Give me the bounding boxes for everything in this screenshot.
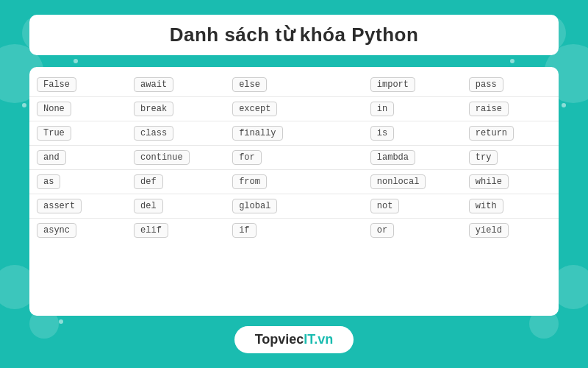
keyword-cell-4-4: nonlocal xyxy=(363,170,462,194)
table-row: assertdelglobalnotwith xyxy=(29,194,559,219)
keyword-badge-return: return xyxy=(469,126,514,141)
keyword-cell-1-0: None xyxy=(29,97,126,121)
keyword-cell-2-5: return xyxy=(462,121,559,146)
keyword-cell-4-1: def xyxy=(126,170,225,194)
table-row: Trueclassfinallyisreturn xyxy=(29,121,559,146)
keyword-badge-not: not xyxy=(370,199,400,213)
keywords-table: FalseawaitelseimportpassNonebreakexcepti… xyxy=(29,73,559,242)
keyword-badge-and: and xyxy=(37,150,66,165)
keyword-cell-0-4: import xyxy=(363,73,462,97)
keyword-badge-class: class xyxy=(134,126,173,141)
keyword-cell-6-0: async xyxy=(29,219,126,243)
keyword-badge-pass: pass xyxy=(469,77,503,92)
keyword-cell-0-1: await xyxy=(126,73,225,97)
keyword-cell-2-2: finally xyxy=(225,121,323,146)
keyword-badge-import: import xyxy=(370,77,415,92)
keyword-cell-6-1: elif xyxy=(126,219,225,243)
keyword-cell-2-4: is xyxy=(363,121,462,146)
keyword-cell-4-2: from xyxy=(225,170,323,194)
table-row: asyncelififoryield xyxy=(29,219,559,243)
table-row: Nonebreakexceptinraise xyxy=(29,97,559,121)
keyword-badge-if: if xyxy=(232,223,256,238)
keyword-cell-4-0: as xyxy=(29,170,126,194)
keyword-cell-5-1: del xyxy=(126,194,225,219)
keyword-badge-or: or xyxy=(370,223,394,238)
keyword-badge-yield: yield xyxy=(469,223,509,238)
keyword-badge-raise: raise xyxy=(469,102,509,116)
keyword-badge-is: is xyxy=(370,126,394,141)
keyword-badge-except: except xyxy=(232,102,277,116)
keyword-badge-def: def xyxy=(134,174,163,189)
footer-suffix: IT.vn xyxy=(304,332,333,347)
keyword-cell-3-5: try xyxy=(462,146,559,170)
keyword-cell-5-3 xyxy=(323,194,363,219)
keyword-badge-try: try xyxy=(469,150,498,165)
keyword-badge-False: False xyxy=(37,77,76,92)
keyword-cell-1-3 xyxy=(323,97,363,121)
keywords-table-container: FalseawaitelseimportpassNonebreakexcepti… xyxy=(29,67,559,316)
keyword-badge-nonlocal: nonlocal xyxy=(370,174,426,189)
keyword-badge-from: from xyxy=(232,174,267,189)
keyword-badge-while: while xyxy=(469,174,509,189)
keyword-cell-0-3 xyxy=(323,73,363,97)
keyword-badge-global: global xyxy=(232,199,277,213)
keyword-cell-6-2: if xyxy=(225,219,323,243)
keyword-badge-as: as xyxy=(37,174,60,189)
keyword-cell-5-0: assert xyxy=(29,194,126,219)
keyword-badge-with: with xyxy=(469,199,503,213)
page-container: Danh sách từ khóa Python Falseawaitelsei… xyxy=(0,0,588,368)
keyword-cell-3-2: for xyxy=(225,146,323,170)
keyword-cell-4-3 xyxy=(323,170,363,194)
keyword-badge-None: None xyxy=(37,102,71,116)
keyword-badge-for: for xyxy=(232,150,262,165)
table-row: andcontinueforlambdatry xyxy=(29,146,559,170)
keyword-cell-3-3 xyxy=(323,146,363,170)
keyword-cell-1-1: break xyxy=(126,97,225,121)
keyword-badge-else: else xyxy=(232,77,267,92)
keyword-cell-6-5: yield xyxy=(462,219,559,243)
keyword-badge-True: True xyxy=(37,126,71,141)
keyword-badge-continue: continue xyxy=(134,150,190,165)
keyword-cell-6-3 xyxy=(323,219,363,243)
keyword-badge-lambda: lambda xyxy=(370,150,415,165)
keyword-cell-4-5: while xyxy=(462,170,559,194)
footer-prefix: Topviec xyxy=(255,332,304,347)
keyword-badge-await: await xyxy=(134,77,173,92)
keyword-cell-6-4: or xyxy=(363,219,462,243)
keyword-cell-2-1: class xyxy=(126,121,225,146)
keyword-cell-2-0: True xyxy=(29,121,126,146)
keyword-cell-0-5: pass xyxy=(462,73,559,97)
keyword-cell-5-4: not xyxy=(363,194,462,219)
keyword-cell-3-4: lambda xyxy=(363,146,462,170)
keyword-badge-assert: assert xyxy=(37,199,82,213)
keyword-cell-5-5: with xyxy=(462,194,559,219)
keyword-badge-in: in xyxy=(370,102,394,116)
title-box: Danh sách từ khóa Python xyxy=(29,15,559,55)
keyword-badge-break: break xyxy=(134,102,173,116)
keyword-badge-del: del xyxy=(134,199,163,213)
keyword-cell-1-5: raise xyxy=(462,97,559,121)
page-title: Danh sách từ khóa Python xyxy=(170,24,419,46)
footer-badge: TopviecIT.vn xyxy=(234,326,354,353)
keyword-cell-0-2: else xyxy=(225,73,323,97)
keyword-badge-elif: elif xyxy=(134,223,168,238)
keyword-badge-async: async xyxy=(37,223,76,238)
keyword-cell-5-2: global xyxy=(225,194,323,219)
keyword-cell-0-0: False xyxy=(29,73,126,97)
keyword-badge-finally: finally xyxy=(232,126,282,141)
keyword-cell-1-4: in xyxy=(363,97,462,121)
keyword-cell-3-1: continue xyxy=(126,146,225,170)
keyword-cell-1-2: except xyxy=(225,97,323,121)
keyword-cell-3-0: and xyxy=(29,146,126,170)
table-row: Falseawaitelseimportpass xyxy=(29,73,559,97)
table-row: asdeffromnonlocalwhile xyxy=(29,170,559,194)
keyword-cell-2-3 xyxy=(323,121,363,146)
